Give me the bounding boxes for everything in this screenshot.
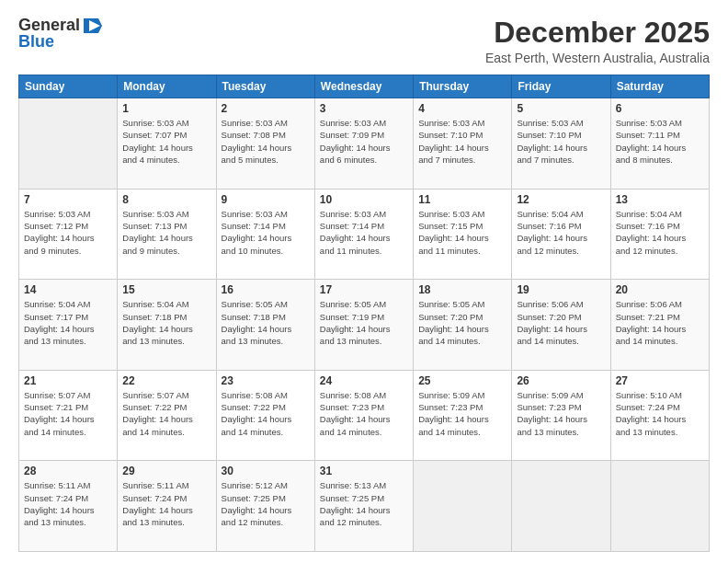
location: East Perth, Western Australia, Australia [485,51,710,65]
day-number: 26 [517,374,605,387]
calendar-cell [414,461,512,552]
day-info: Sunrise: 5:11 AMSunset: 7:24 PMDaylight:… [122,479,210,528]
day-info: Sunrise: 5:09 AMSunset: 7:23 PMDaylight:… [517,389,605,438]
day-info: Sunrise: 5:07 AMSunset: 7:21 PMDaylight:… [24,389,112,438]
header-wednesday: Wednesday [314,75,413,98]
header-tuesday: Tuesday [216,75,314,98]
weekday-header-row: Sunday Monday Tuesday Wednesday Thursday… [19,75,710,98]
calendar-cell: 17Sunrise: 5:05 AMSunset: 7:19 PMDayligh… [314,280,413,371]
calendar-cell: 9Sunrise: 5:03 AMSunset: 7:14 PMDaylight… [216,189,314,280]
day-number: 18 [418,283,506,296]
day-number: 1 [122,102,210,115]
day-number: 2 [222,102,310,115]
calendar-cell: 1Sunrise: 5:03 AMSunset: 7:07 PMDaylight… [118,98,216,190]
day-number: 21 [24,374,112,387]
day-info: Sunrise: 5:03 AMSunset: 7:10 PMDaylight:… [418,117,506,166]
calendar-cell [19,98,118,190]
calendar-week-2: 14Sunrise: 5:04 AMSunset: 7:17 PMDayligh… [19,280,710,371]
calendar-cell [512,461,610,552]
day-info: Sunrise: 5:13 AMSunset: 7:25 PMDaylight:… [320,479,408,528]
day-number: 5 [517,102,605,115]
day-number: 31 [320,465,408,477]
day-number: 8 [122,193,210,206]
day-info: Sunrise: 5:03 AMSunset: 7:14 PMDaylight:… [320,208,408,257]
header-saturday: Saturday [610,75,709,98]
day-info: Sunrise: 5:03 AMSunset: 7:12 PMDaylight:… [24,208,112,257]
day-number: 15 [122,283,210,296]
calendar-cell: 31Sunrise: 5:13 AMSunset: 7:25 PMDayligh… [314,461,413,552]
calendar-cell: 20Sunrise: 5:06 AMSunset: 7:21 PMDayligh… [610,280,709,371]
day-info: Sunrise: 5:04 AMSunset: 7:16 PMDaylight:… [517,208,605,257]
day-number: 22 [122,374,210,387]
day-number: 13 [616,193,704,206]
day-number: 3 [320,102,408,115]
logo-flag-icon [82,17,102,35]
calendar-cell: 14Sunrise: 5:04 AMSunset: 7:17 PMDayligh… [19,280,118,371]
day-number: 9 [222,193,310,206]
day-info: Sunrise: 5:05 AMSunset: 7:19 PMDaylight:… [320,298,408,347]
calendar-cell: 28Sunrise: 5:11 AMSunset: 7:24 PMDayligh… [19,461,118,552]
calendar-cell: 16Sunrise: 5:05 AMSunset: 7:18 PMDayligh… [216,280,314,371]
day-info: Sunrise: 5:05 AMSunset: 7:20 PMDaylight:… [418,298,506,347]
day-number: 14 [24,283,112,296]
day-number: 12 [517,193,605,206]
calendar-cell: 25Sunrise: 5:09 AMSunset: 7:23 PMDayligh… [414,370,512,461]
header-monday: Monday [118,75,216,98]
day-number: 20 [616,283,704,296]
calendar-cell: 27Sunrise: 5:10 AMSunset: 7:24 PMDayligh… [610,370,709,461]
logo-blue-text: Blue [18,33,54,52]
day-info: Sunrise: 5:03 AMSunset: 7:08 PMDaylight:… [222,117,310,166]
day-number: 23 [222,374,310,387]
calendar-week-3: 21Sunrise: 5:07 AMSunset: 7:21 PMDayligh… [19,370,710,461]
day-info: Sunrise: 5:03 AMSunset: 7:14 PMDaylight:… [222,208,310,257]
day-info: Sunrise: 5:06 AMSunset: 7:20 PMDaylight:… [517,298,605,347]
day-number: 25 [418,374,506,387]
calendar-cell: 11Sunrise: 5:03 AMSunset: 7:15 PMDayligh… [414,189,512,280]
day-info: Sunrise: 5:09 AMSunset: 7:23 PMDaylight:… [418,389,506,438]
day-info: Sunrise: 5:08 AMSunset: 7:23 PMDaylight:… [320,389,408,438]
calendar-cell: 3Sunrise: 5:03 AMSunset: 7:09 PMDaylight… [314,98,413,190]
day-info: Sunrise: 5:06 AMSunset: 7:21 PMDaylight:… [616,298,704,347]
month-title: December 2025 [485,17,710,49]
calendar-cell: 8Sunrise: 5:03 AMSunset: 7:13 PMDaylight… [118,189,216,280]
header-friday: Friday [512,75,610,98]
day-info: Sunrise: 5:07 AMSunset: 7:22 PMDaylight:… [122,389,210,438]
calendar-cell: 29Sunrise: 5:11 AMSunset: 7:24 PMDayligh… [118,461,216,552]
day-info: Sunrise: 5:12 AMSunset: 7:25 PMDaylight:… [222,479,310,528]
calendar-cell: 22Sunrise: 5:07 AMSunset: 7:22 PMDayligh… [118,370,216,461]
day-number: 6 [616,102,704,115]
calendar-cell: 24Sunrise: 5:08 AMSunset: 7:23 PMDayligh… [314,370,413,461]
calendar-cell: 13Sunrise: 5:04 AMSunset: 7:16 PMDayligh… [610,189,709,280]
day-number: 27 [616,374,704,387]
day-info: Sunrise: 5:03 AMSunset: 7:15 PMDaylight:… [418,208,506,257]
day-number: 4 [418,102,506,115]
day-info: Sunrise: 5:08 AMSunset: 7:22 PMDaylight:… [222,389,310,438]
day-info: Sunrise: 5:03 AMSunset: 7:07 PMDaylight:… [122,117,210,166]
calendar-cell [610,461,709,552]
day-info: Sunrise: 5:03 AMSunset: 7:13 PMDaylight:… [122,208,210,257]
header-sunday: Sunday [19,75,118,98]
day-number: 11 [418,193,506,206]
header-thursday: Thursday [414,75,512,98]
day-info: Sunrise: 5:11 AMSunset: 7:24 PMDaylight:… [24,479,112,528]
calendar-cell: 2Sunrise: 5:03 AMSunset: 7:08 PMDaylight… [216,98,314,190]
day-number: 17 [320,283,408,296]
calendar-week-0: 1Sunrise: 5:03 AMSunset: 7:07 PMDaylight… [19,98,710,190]
day-number: 19 [517,283,605,296]
calendar-cell: 19Sunrise: 5:06 AMSunset: 7:20 PMDayligh… [512,280,610,371]
day-info: Sunrise: 5:04 AMSunset: 7:16 PMDaylight:… [616,208,704,257]
calendar-cell: 4Sunrise: 5:03 AMSunset: 7:10 PMDaylight… [414,98,512,190]
day-info: Sunrise: 5:03 AMSunset: 7:09 PMDaylight:… [320,117,408,166]
calendar-cell: 10Sunrise: 5:03 AMSunset: 7:14 PMDayligh… [314,189,413,280]
calendar-cell: 7Sunrise: 5:03 AMSunset: 7:12 PMDaylight… [19,189,118,280]
day-info: Sunrise: 5:05 AMSunset: 7:18 PMDaylight:… [222,298,310,347]
calendar-cell: 18Sunrise: 5:05 AMSunset: 7:20 PMDayligh… [414,280,512,371]
calendar-cell: 26Sunrise: 5:09 AMSunset: 7:23 PMDayligh… [512,370,610,461]
day-number: 29 [122,465,210,477]
calendar-cell: 21Sunrise: 5:07 AMSunset: 7:21 PMDayligh… [19,370,118,461]
calendar-cell: 30Sunrise: 5:12 AMSunset: 7:25 PMDayligh… [216,461,314,552]
calendar-week-4: 28Sunrise: 5:11 AMSunset: 7:24 PMDayligh… [19,461,710,552]
day-info: Sunrise: 5:10 AMSunset: 7:24 PMDaylight:… [616,389,704,438]
page: General Blue December 2025 East Perth, W… [0,0,728,563]
calendar-cell: 5Sunrise: 5:03 AMSunset: 7:10 PMDaylight… [512,98,610,190]
